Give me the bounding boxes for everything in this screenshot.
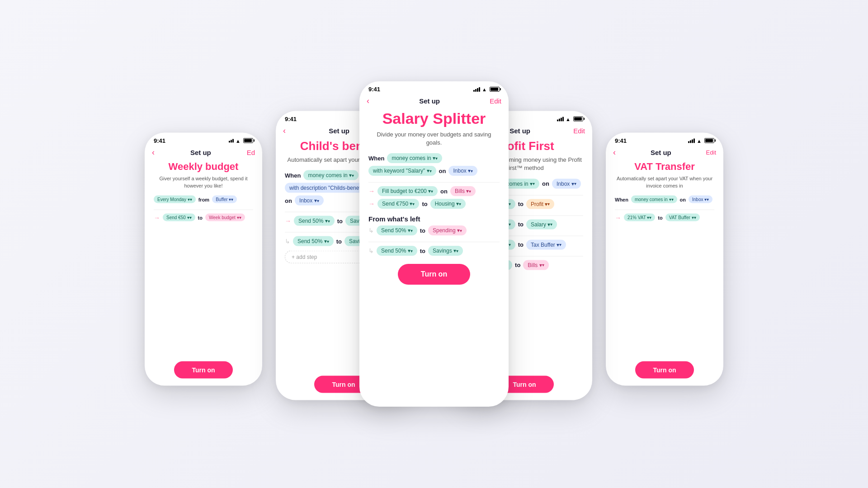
action-row-1: → Send €750 ▾ to Housing ▾ [368, 199, 500, 209]
back-button[interactable]: ‹ [283, 126, 286, 136]
inbox-pill[interactable]: Inbox ▾ [689, 196, 712, 203]
money-comes-in-pill[interactable]: money comes in ▾ [387, 153, 442, 163]
turn-on-button[interactable]: Turn on [174, 361, 233, 379]
divider [368, 242, 500, 242]
savings-pill[interactable]: Savings ▾ [428, 246, 463, 256]
week-budget-pill[interactable]: Week budget ▾ [205, 214, 245, 221]
when-row: When money comes in ▾ [368, 153, 500, 163]
status-time: 9:41 [615, 137, 627, 144]
to-label: to [658, 215, 662, 220]
from-label: from [198, 197, 209, 202]
wifi-icon: ▲ [697, 138, 702, 143]
screen-title: Weekly budget [154, 161, 253, 173]
phone-content: Weekly budget Giver yourself a weekly bu… [145, 161, 262, 386]
phone-weekly-budget: 9:41 ▲ ‹ Set up Ed Weekly budget Giver y… [145, 133, 262, 386]
nav-title: Set up [329, 127, 349, 135]
send-750-pill[interactable]: Send €750 ▾ [377, 199, 419, 209]
buffer-pill[interactable]: Buffer ▾ [212, 196, 237, 203]
tax-buffer-pill[interactable]: Tax Buffer ▾ [526, 239, 566, 249]
inbox-pill[interactable]: Inbox ▾ [552, 178, 581, 188]
arrow-sub-icon: ↳ [368, 247, 374, 254]
screen-subtitle: Divide your money over budgets and savin… [368, 131, 500, 147]
sub-action-row-1: ↳ Send 50% ▾ to Savings ▾ [368, 246, 500, 256]
nav-bar: ‹ Set up Edit [359, 94, 509, 109]
edit-button[interactable]: Edit [490, 97, 501, 105]
to-label: to [420, 227, 425, 234]
status-time: 9:41 [368, 86, 380, 93]
arrow-icon: → [368, 200, 375, 207]
arrow-icon: → [154, 214, 160, 221]
bills-pill[interactable]: Bills ▾ [523, 260, 548, 270]
sub-action-row-0: ↳ Send 50% ▾ to Spending ▾ [368, 225, 500, 235]
to-label: to [336, 238, 342, 244]
profit-pill[interactable]: Profit ▾ [526, 199, 554, 209]
vat-buffer-pill[interactable]: VAT Buffer ▾ [665, 214, 700, 221]
arrow-icon: → [285, 217, 291, 225]
every-monday-pill[interactable]: Every Monday ▾ [154, 196, 196, 203]
back-button[interactable]: ‹ [152, 148, 155, 157]
edit-button[interactable]: Edit [573, 127, 585, 135]
inbox-pill[interactable]: Inbox ▾ [295, 196, 324, 206]
status-time: 9:41 [154, 137, 165, 144]
when-label: When [285, 172, 301, 178]
back-button[interactable]: ‹ [613, 148, 616, 157]
signal-bars-icon [688, 138, 695, 143]
signal-bars-icon [557, 117, 564, 121]
housing-pill[interactable]: Housing ▾ [430, 199, 466, 209]
keyword-pill[interactable]: with keyword "Salary" ▾ [368, 166, 436, 176]
send-50-savings-pill[interactable]: Send 50% ▾ [377, 246, 417, 256]
status-bar: 9:41 ▲ [359, 81, 509, 94]
back-button[interactable]: ‹ [367, 96, 369, 106]
nav-title: Set up [651, 149, 671, 156]
to-label: to [518, 201, 524, 207]
money-comes-in-pill[interactable]: money comes in ▾ [303, 170, 359, 180]
spending-pill[interactable]: Spending ▾ [428, 225, 467, 235]
to-label: to [422, 201, 427, 207]
on-label: on [285, 197, 292, 204]
arrow-icon: → [368, 188, 375, 195]
when-label: When [615, 197, 628, 202]
inbox-pill[interactable]: Inbox ▾ [448, 166, 477, 176]
send-50-spending-pill[interactable]: Send 50% ▾ [377, 225, 417, 235]
to-label: to [518, 221, 524, 228]
edit-button[interactable]: Edit [706, 149, 716, 156]
salary-pill[interactable]: Salary ▾ [526, 219, 557, 229]
on-label: on [439, 168, 446, 174]
on-label: on [440, 188, 448, 195]
nav-bar: ‹ Set up Edit [606, 146, 723, 161]
wifi-icon: ▲ [566, 116, 571, 122]
screen-subtitle: Automatically set apart your VAT when yo… [615, 175, 714, 189]
send-amount-pill[interactable]: Send €50 ▾ [163, 214, 195, 221]
phone-content: VAT Transfer Automatically set apart you… [606, 161, 723, 386]
status-icons: ▲ [229, 138, 253, 143]
battery-icon [573, 117, 583, 122]
status-bar: 9:41 ▲ [606, 133, 723, 146]
phones-container: 9:41 ▲ ‹ Set up Ed Weekly budget Giver y… [50, 23, 818, 465]
edit-button[interactable]: Ed [247, 149, 255, 156]
wifi-icon: ▲ [482, 87, 487, 92]
fill-budget-pill[interactable]: Fill budget to €200 ▾ [377, 186, 438, 196]
bills-pill[interactable]: Bills ▾ [450, 186, 476, 196]
arrow-sub-icon: ↳ [368, 227, 374, 234]
vat-pill[interactable]: 21% VAT ▾ [624, 214, 655, 221]
screen-subtitle: Giver yourself a weekly budget, spend it… [154, 175, 253, 189]
nav-title: Set up [509, 127, 530, 135]
phone-content: Salary Splitter Divide your money over b… [359, 109, 509, 407]
arrow-icon: → [615, 214, 621, 221]
signal-bars-icon [229, 139, 234, 142]
when-row: When money comes in ▾ on Inbox ▾ [615, 196, 714, 203]
to-label: to [337, 217, 343, 224]
send-50-pill-2[interactable]: Send 50% ▾ [293, 236, 334, 246]
turn-on-button[interactable]: Turn on [635, 361, 694, 379]
money-comes-in-pill[interactable]: money comes in ▾ [631, 196, 677, 203]
nav-title: Set up [190, 149, 211, 156]
to-label: to [198, 215, 203, 220]
battery-icon [704, 138, 714, 143]
phone-salary-splitter: 9:41 ▲ ‹ Set up Edit Salary Splitter Div… [359, 81, 509, 407]
on-label: on [680, 197, 686, 202]
to-label: to [515, 262, 520, 268]
nav-bar: ‹ Set up Ed [145, 146, 262, 161]
turn-on-button[interactable]: Turn on [398, 264, 470, 285]
send-50-pill-1[interactable]: Send 50% ▾ [294, 216, 335, 226]
to-label: to [420, 248, 425, 254]
